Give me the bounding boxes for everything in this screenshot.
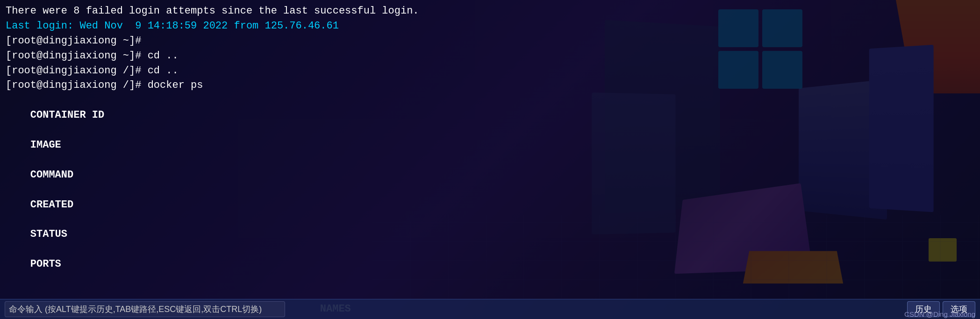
terminal-line-2: Last login: Wed Nov 9 14:18:59 2022 from… [6, 19, 974, 34]
terminal-line-1: There were 8 failed login attempts since… [6, 4, 974, 19]
terminal-line-6: [root@dingjiaxiong /]# docker ps [6, 78, 974, 93]
command-bar: 命令输入 (按ALT键提示历史,TAB键路径,ESC键返回,双击CTRL切换) … [0, 299, 980, 319]
col-command [30, 154, 191, 166]
col-image-label: IMAGE [30, 139, 61, 151]
col-command-label: COMMAND [30, 169, 73, 181]
command-input-placeholder[interactable]: 命令输入 (按ALT键提示历史,TAB键路径,ESC键返回,双击CTRL切换) [5, 301, 285, 317]
col-created [30, 184, 117, 196]
col-ports-label: PORTS [30, 258, 61, 270]
terminal-content: There were 8 failed login attempts since… [0, 0, 980, 319]
col-status-label: STATUS [30, 228, 67, 240]
col-ports [30, 243, 92, 255]
terminal-line-5: [root@dingjiaxiong /]# cd .. [6, 64, 974, 78]
col-status [30, 213, 80, 225]
col-container-id: CONTAINER ID [30, 109, 104, 121]
terminal-line-3: [root@dingjiaxiong ~]# [6, 34, 974, 49]
command-input-area[interactable]: 命令输入 (按ALT键提示历史,TAB键路径,ESC键返回,双击CTRL切换) [5, 301, 907, 317]
col-image [30, 124, 55, 136]
terminal-line-4: [root@dingjiaxiong ~]# cd .. [6, 49, 974, 64]
col-created-label: CREATED [30, 199, 73, 211]
watermark: CSDN @Ding Jiaxiong [904, 310, 975, 318]
table-header-row: CONTAINER ID IMAGE COMMAND CREATED STATU… [6, 93, 974, 287]
